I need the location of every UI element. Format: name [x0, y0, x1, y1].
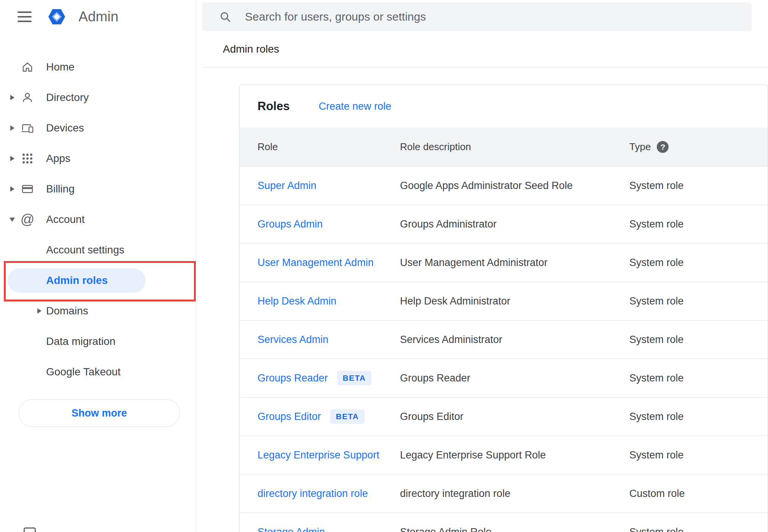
partial-bottom-icon: [24, 527, 36, 532]
chevron-right-icon: [10, 125, 14, 131]
table-row: Groups Admin Groups Administrator System…: [240, 205, 768, 244]
sidebar-item-account[interactable]: @ Account: [0, 204, 196, 235]
search-bar[interactable]: [202, 2, 752, 31]
sidebar-item-label: Billing: [46, 183, 75, 195]
role-link[interactable]: Groups Reader: [258, 372, 328, 384]
role-description: User Management Administrator: [400, 244, 629, 282]
sidebar-item-data-migration[interactable]: Data migration: [0, 326, 196, 357]
role-type: System role: [629, 205, 768, 244]
role-description: Google Apps Administrator Seed Role: [400, 167, 629, 205]
table-row: Groups Reader BETA Groups Reader System …: [240, 359, 768, 397]
role-description: Groups Administrator: [400, 205, 629, 244]
devices-icon: [19, 122, 36, 135]
role-link[interactable]: Services Admin: [258, 334, 328, 346]
sidebar-item-label: Apps: [46, 152, 70, 165]
role-link[interactable]: Groups Admin: [258, 218, 323, 230]
sidebar-item-apps[interactable]: Apps: [0, 143, 196, 174]
card-title: Roles: [258, 99, 290, 113]
chevron-right-icon: [10, 156, 14, 161]
apps-grid-icon: [19, 152, 36, 165]
breadcrumb: Admin roles: [223, 43, 279, 55]
search-input[interactable]: [244, 10, 742, 24]
home-icon: [19, 61, 36, 74]
sidebar-item-label: Account settings: [46, 244, 124, 256]
sidebar-item-domains[interactable]: Domains: [0, 296, 196, 326]
sidebar-item-devices[interactable]: Devices: [0, 113, 196, 143]
table-row: directory integration role directory int…: [240, 474, 768, 513]
role-type: System role: [629, 320, 768, 359]
chevron-down-icon: [10, 218, 15, 222]
role-type: System role: [629, 244, 768, 282]
role-description: directory integration role: [400, 474, 629, 513]
roles-card-header: Roles Create new role: [240, 85, 768, 128]
table-row: User Management Admin User Management Ad…: [240, 244, 768, 282]
sidebar-item-label: Admin roles: [46, 274, 108, 287]
column-header-role: Role: [240, 128, 400, 167]
role-description: Help Desk Administrator: [400, 282, 629, 320]
search-icon: [219, 11, 231, 23]
role-link[interactable]: Groups Editor: [258, 411, 321, 423]
table-row: Services Admin Services Administrator Sy…: [240, 320, 768, 359]
role-description: Groups Reader: [400, 359, 629, 397]
beta-badge: BETA: [337, 371, 371, 385]
role-link[interactable]: Legacy Enterprise Support: [258, 449, 379, 461]
sidebar-item-label: Devices: [46, 122, 84, 134]
role-type: System role: [629, 513, 768, 532]
role-description: Groups Editor: [400, 397, 629, 436]
billing-icon: [19, 183, 36, 195]
chevron-right-icon: [10, 95, 14, 100]
menu-icon[interactable]: [18, 11, 32, 22]
table-row: Super Admin Google Apps Administrator Se…: [240, 167, 768, 205]
sidebar-item-label: Domains: [46, 305, 88, 317]
app-title: Admin: [78, 9, 118, 25]
table-row: Groups Editor BETA Groups Editor System …: [240, 397, 768, 436]
sidebar-item-label: Data migration: [46, 335, 115, 348]
table-row: Legacy Enterprise Support Legacy Enterpr…: [240, 436, 768, 474]
sidebar-item-label: Directory: [46, 91, 89, 104]
chevron-right-icon: [37, 308, 42, 314]
show-more-button[interactable]: Show more: [19, 399, 180, 427]
create-new-role-link[interactable]: Create new role: [318, 101, 391, 112]
chevron-right-icon: [10, 186, 14, 192]
role-type: Custom role: [629, 474, 768, 513]
role-type: System role: [629, 282, 768, 320]
sidebar-item-account-settings[interactable]: Account settings: [0, 235, 196, 265]
admin-console: Admin Home Directory: [0, 0, 768, 532]
column-header-description: Role description: [400, 128, 629, 167]
roles-table: Role Role description Type ? Super Admin: [240, 128, 768, 532]
sidebar-item-google-takeout[interactable]: Google Takeout: [0, 357, 196, 387]
role-type: System role: [629, 359, 768, 397]
role-type: System role: [629, 397, 768, 436]
sidebar-item-home[interactable]: Home: [0, 52, 196, 82]
account-at-icon: @: [19, 213, 36, 226]
help-icon[interactable]: ?: [657, 141, 669, 153]
table-row: Storage Admin Storage Admin Role System …: [240, 513, 768, 532]
admin-logo-icon: [48, 9, 66, 25]
role-description: Legacy Enterprise Support Role: [400, 436, 629, 474]
sidebar-item-label: Google Takeout: [46, 366, 121, 378]
sidebar-item-label: Account: [46, 213, 85, 226]
table-header-row: Role Role description Type ?: [240, 128, 768, 167]
role-link[interactable]: Storage Admin: [258, 526, 325, 532]
directory-icon: [19, 91, 36, 104]
sidebar-item-billing[interactable]: Billing: [0, 174, 196, 204]
role-link[interactable]: Super Admin: [258, 180, 317, 192]
sidebar-item-label: Home: [46, 61, 75, 73]
sidebar-item-admin-roles[interactable]: Admin roles: [0, 265, 196, 296]
role-type: System role: [629, 167, 768, 205]
roles-card: Roles Create new role Role Role descript…: [239, 85, 768, 532]
role-link[interactable]: User Management Admin: [258, 257, 374, 269]
main-content: Admin roles Roles Create new role Role R…: [196, 0, 768, 532]
sidebar-nav: Home Directory Devices: [0, 52, 196, 387]
role-link[interactable]: Help Desk Admin: [258, 295, 336, 307]
sidebar: Admin Home Directory: [0, 0, 196, 532]
column-header-type: Type ?: [629, 128, 768, 167]
role-description: Services Administrator: [400, 320, 629, 359]
beta-badge: BETA: [330, 409, 365, 424]
role-link[interactable]: directory integration role: [258, 488, 368, 500]
table-row: Help Desk Admin Help Desk Administrator …: [240, 282, 768, 320]
sidebar-header: Admin: [0, 0, 196, 34]
role-type: System role: [629, 436, 768, 474]
breadcrumb-bar: Admin roles: [202, 31, 768, 67]
sidebar-item-directory[interactable]: Directory: [0, 82, 196, 113]
